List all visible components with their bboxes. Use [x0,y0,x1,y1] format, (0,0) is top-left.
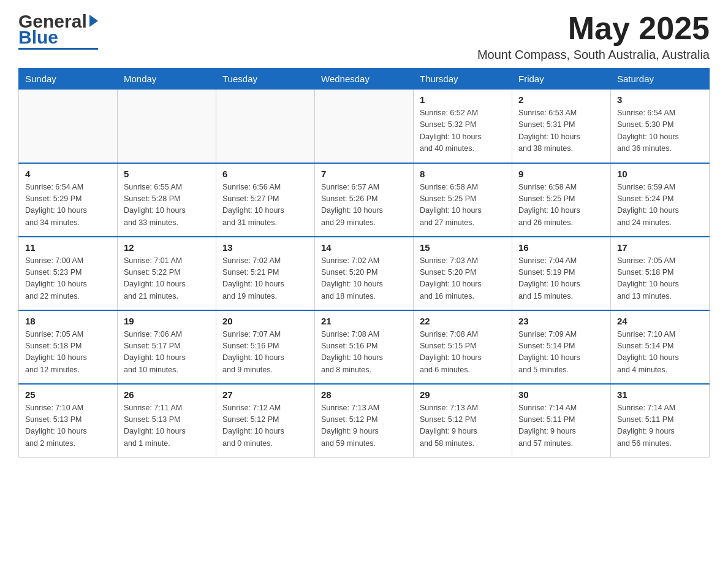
calendar-cell: 11Sunrise: 7:00 AMSunset: 5:23 PMDayligh… [19,237,118,310]
calendar-cell: 26Sunrise: 7:11 AMSunset: 5:13 PMDayligh… [118,384,216,458]
weekday-header-sunday: Sunday [19,69,118,90]
day-number: 9 [518,169,604,179]
calendar-table: SundayMondayTuesdayWednesdayThursdayFrid… [18,68,710,458]
day-number: 20 [222,316,308,326]
weekday-header-thursday: Thursday [414,69,512,90]
sun-info: Sunrise: 7:07 AMSunset: 5:16 PMDaylight:… [222,329,308,377]
day-number: 4 [25,169,111,179]
calendar-cell: 5Sunrise: 6:55 AMSunset: 5:28 PMDaylight… [118,163,216,237]
sun-info: Sunrise: 6:58 AMSunset: 5:25 PMDaylight:… [420,182,506,229]
sun-info: Sunrise: 7:08 AMSunset: 5:15 PMDaylight:… [420,329,506,377]
sun-info: Sunrise: 7:06 AMSunset: 5:17 PMDaylight:… [124,329,210,377]
day-number: 27 [222,389,308,400]
logo-blue-text: Blue [18,28,58,47]
calendar-cell: 12Sunrise: 7:01 AMSunset: 5:22 PMDayligh… [118,237,216,310]
sun-info: Sunrise: 6:52 AMSunset: 5:32 PMDaylight:… [420,107,506,155]
weekday-header-wednesday: Wednesday [315,69,414,90]
month-year-title: May 2025 [477,12,710,44]
sun-info: Sunrise: 7:10 AMSunset: 5:14 PMDaylight:… [617,329,703,377]
day-number: 22 [420,316,506,326]
calendar-cell: 23Sunrise: 7:09 AMSunset: 5:14 PMDayligh… [512,310,611,384]
calendar-week-5: 25Sunrise: 7:10 AMSunset: 5:13 PMDayligh… [19,384,710,458]
calendar-cell: 31Sunrise: 7:14 AMSunset: 5:11 PMDayligh… [611,384,710,458]
day-number: 5 [124,169,210,179]
sun-info: Sunrise: 7:05 AMSunset: 5:18 PMDaylight:… [617,255,703,303]
calendar-cell: 28Sunrise: 7:13 AMSunset: 5:12 PMDayligh… [315,384,414,458]
calendar-cell: 25Sunrise: 7:10 AMSunset: 5:13 PMDayligh… [19,384,118,458]
sun-info: Sunrise: 7:14 AMSunset: 5:11 PMDaylight:… [617,402,703,450]
calendar-cell: 8Sunrise: 6:58 AMSunset: 5:25 PMDaylight… [414,163,512,237]
sun-info: Sunrise: 7:10 AMSunset: 5:13 PMDaylight:… [25,402,111,450]
sun-info: Sunrise: 7:04 AMSunset: 5:19 PMDaylight:… [518,255,604,303]
day-number: 11 [25,242,111,253]
calendar-cell: 15Sunrise: 7:03 AMSunset: 5:20 PMDayligh… [414,237,512,310]
calendar-cell: 20Sunrise: 7:07 AMSunset: 5:16 PMDayligh… [216,310,315,384]
sun-info: Sunrise: 7:13 AMSunset: 5:12 PMDaylight:… [420,402,506,450]
calendar-cell: 16Sunrise: 7:04 AMSunset: 5:19 PMDayligh… [512,237,611,310]
day-number: 30 [518,389,604,400]
calendar-cell: 3Sunrise: 6:54 AMSunset: 5:30 PMDaylight… [611,90,710,163]
day-number: 6 [222,169,308,179]
sun-info: Sunrise: 7:01 AMSunset: 5:22 PMDaylight:… [124,255,210,303]
sun-info: Sunrise: 6:54 AMSunset: 5:29 PMDaylight:… [25,182,111,229]
calendar-cell [19,90,118,163]
day-number: 13 [222,242,308,253]
calendar-cell [216,90,315,163]
day-number: 29 [420,389,506,400]
page-header: General Blue May 2025 Mount Compass, Sou… [18,12,710,62]
day-number: 16 [518,242,604,253]
day-number: 26 [124,389,210,400]
sun-info: Sunrise: 6:57 AMSunset: 5:26 PMDaylight:… [321,182,407,229]
sun-info: Sunrise: 6:56 AMSunset: 5:27 PMDaylight:… [222,182,308,229]
sun-info: Sunrise: 6:54 AMSunset: 5:30 PMDaylight:… [617,107,703,155]
day-number: 12 [124,242,210,253]
day-number: 15 [420,242,506,253]
calendar-cell: 4Sunrise: 6:54 AMSunset: 5:29 PMDaylight… [19,163,118,237]
calendar-cell: 7Sunrise: 6:57 AMSunset: 5:26 PMDaylight… [315,163,414,237]
sun-info: Sunrise: 7:09 AMSunset: 5:14 PMDaylight:… [518,329,604,377]
day-number: 1 [420,94,506,105]
day-number: 17 [617,242,703,253]
sun-info: Sunrise: 6:59 AMSunset: 5:24 PMDaylight:… [617,182,703,229]
day-number: 19 [124,316,210,326]
calendar-week-2: 4Sunrise: 6:54 AMSunset: 5:29 PMDaylight… [19,163,710,237]
sun-info: Sunrise: 7:14 AMSunset: 5:11 PMDaylight:… [518,402,604,450]
calendar-week-3: 11Sunrise: 7:00 AMSunset: 5:23 PMDayligh… [19,237,710,310]
calendar-cell: 13Sunrise: 7:02 AMSunset: 5:21 PMDayligh… [216,237,315,310]
sun-info: Sunrise: 7:03 AMSunset: 5:20 PMDaylight:… [420,255,506,303]
calendar-cell: 1Sunrise: 6:52 AMSunset: 5:32 PMDaylight… [414,90,512,163]
calendar-cell: 29Sunrise: 7:13 AMSunset: 5:12 PMDayligh… [414,384,512,458]
day-number: 28 [321,389,407,400]
calendar-cell: 6Sunrise: 6:56 AMSunset: 5:27 PMDaylight… [216,163,315,237]
sun-info: Sunrise: 6:55 AMSunset: 5:28 PMDaylight:… [124,182,210,229]
calendar-cell: 27Sunrise: 7:12 AMSunset: 5:12 PMDayligh… [216,384,315,458]
day-number: 14 [321,242,407,253]
sun-info: Sunrise: 6:53 AMSunset: 5:31 PMDaylight:… [518,107,604,155]
day-number: 31 [617,389,703,400]
sun-info: Sunrise: 7:13 AMSunset: 5:12 PMDaylight:… [321,402,407,450]
calendar-cell [118,90,216,163]
sun-info: Sunrise: 7:05 AMSunset: 5:18 PMDaylight:… [25,329,111,377]
day-number: 25 [25,389,111,400]
weekday-header-saturday: Saturday [611,69,710,90]
sun-info: Sunrise: 7:08 AMSunset: 5:16 PMDaylight:… [321,329,407,377]
calendar-cell: 19Sunrise: 7:06 AMSunset: 5:17 PMDayligh… [118,310,216,384]
calendar-cell: 10Sunrise: 6:59 AMSunset: 5:24 PMDayligh… [611,163,710,237]
location-subtitle: Mount Compass, South Australia, Australi… [477,48,710,62]
calendar-week-4: 18Sunrise: 7:05 AMSunset: 5:18 PMDayligh… [19,310,710,384]
sun-info: Sunrise: 6:58 AMSunset: 5:25 PMDaylight:… [518,182,604,229]
calendar-cell: 14Sunrise: 7:02 AMSunset: 5:20 PMDayligh… [315,237,414,310]
day-number: 8 [420,169,506,179]
day-number: 2 [518,94,604,105]
sun-info: Sunrise: 7:02 AMSunset: 5:20 PMDaylight:… [321,255,407,303]
calendar-cell: 9Sunrise: 6:58 AMSunset: 5:25 PMDaylight… [512,163,611,237]
calendar-cell: 22Sunrise: 7:08 AMSunset: 5:15 PMDayligh… [414,310,512,384]
day-number: 7 [321,169,407,179]
calendar-cell: 2Sunrise: 6:53 AMSunset: 5:31 PMDaylight… [512,90,611,163]
day-number: 23 [518,316,604,326]
day-number: 24 [617,316,703,326]
logo-underline [18,48,98,50]
calendar-cell: 21Sunrise: 7:08 AMSunset: 5:16 PMDayligh… [315,310,414,384]
weekday-header-friday: Friday [512,69,611,90]
day-number: 21 [321,316,407,326]
